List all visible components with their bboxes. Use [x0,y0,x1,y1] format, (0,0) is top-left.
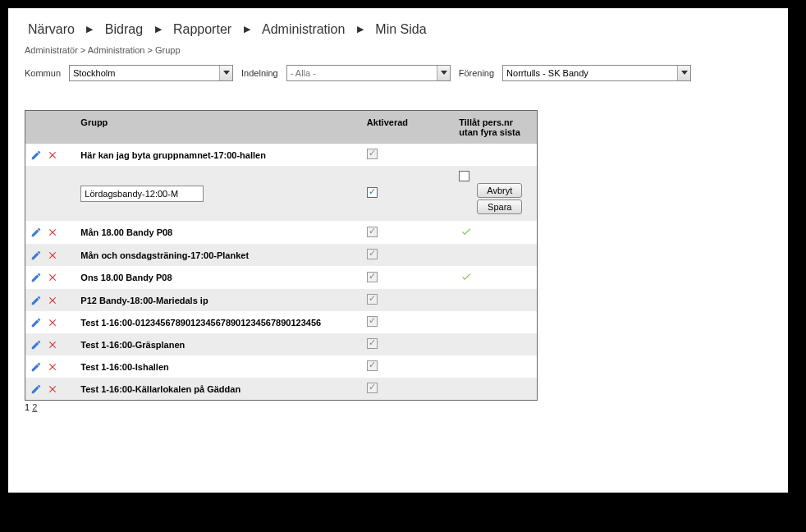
checkmark-icon [459,271,472,281]
save-button[interactable]: Spara [477,200,522,214]
checkmark-icon [459,226,472,236]
aktiverad-checkbox [367,316,378,327]
cancel-button[interactable]: Avbryt [477,183,522,198]
nav-sep-icon: ▶ [155,24,162,34]
edit-icon[interactable] [30,149,42,161]
nav-item-minsida[interactable]: Min Sida [372,21,429,39]
table-row: Test 1-16:00-Ishallen [25,355,538,378]
aktiverad-checkbox [367,249,378,259]
aktiverad-checkbox [367,227,378,237]
edit-icon[interactable] [30,250,42,261]
table-row: Test 1-16:00-Källarlokalen på Gäddan [25,378,538,401]
group-name: Test 1-16:00-Ishallen [76,355,362,378]
app-window: Närvaro ▶ Bidrag ▶ Rapporter ▶ Administr… [8,8,788,493]
edit-icon[interactable] [30,317,42,328]
header-grupp: Grupp [76,111,362,144]
tillat-checkbox[interactable] [459,171,469,181]
table-row: AvbrytSpara [25,166,538,221]
delete-icon[interactable] [47,317,58,328]
group-name: Mån och onsdagsträning-17:00-Planket [76,244,362,266]
header-tillat: Tillåt pers.nr utan fyra sista [454,111,537,144]
delete-icon[interactable] [47,295,58,306]
kommun-select[interactable]: Stockholm [69,65,233,81]
nav-item-administration[interactable]: Administration [259,21,348,39]
delete-icon[interactable] [47,383,58,395]
group-name: Test 1-16:00-Källarlokalen på Gäddan [76,378,362,401]
nav-item-narvaro[interactable]: Närvaro [25,21,78,39]
forening-label: Förening [459,68,494,78]
table-row: Ons 18.00 Bandy P08 [25,266,538,289]
table-row: Här kan jag byta gruppnamnet-17:00-halle… [25,144,538,166]
aktiverad-checkbox[interactable] [367,187,378,198]
delete-icon[interactable] [47,149,58,161]
aktiverad-checkbox [367,383,378,393]
aktiverad-checkbox [367,272,378,282]
group-name: Ons 18.00 Bandy P08 [76,266,362,289]
aktiverad-checkbox [367,338,378,349]
nav-sep-icon: ▶ [86,24,93,34]
table-row: Test 1-16:00-Gräsplanen [25,333,538,355]
nav-item-rapporter[interactable]: Rapporter [170,21,235,39]
aktiverad-checkbox [367,149,378,159]
group-name-input[interactable] [80,186,204,202]
edit-icon[interactable] [30,272,42,283]
pager-next[interactable]: 2 [32,402,37,412]
delete-icon[interactable] [47,339,58,351]
edit-icon[interactable] [30,295,42,306]
indelning-select[interactable]: - Alla - [286,65,451,81]
table-row: Mån och onsdagsträning-17:00-Planket [25,244,538,266]
aktiverad-checkbox [367,360,378,371]
table-row: Test 1-16:00-012345678901234567890123456… [25,311,538,333]
group-name: Test 1-16:00-Gräsplanen [76,333,362,355]
nav-sep-icon: ▶ [244,24,250,34]
group-name: Mån 18.00 Bandy P08 [76,221,362,244]
delete-icon[interactable] [47,272,58,283]
group-name: Här kan jag byta gruppnamnet-17:00-halle… [76,144,362,166]
main-nav: Närvaro ▶ Bidrag ▶ Rapporter ▶ Administr… [25,21,772,39]
delete-icon[interactable] [47,361,58,373]
nav-sep-icon: ▶ [357,24,364,34]
edit-icon[interactable] [30,339,42,351]
delete-icon[interactable] [47,250,58,261]
forening-select[interactable]: Norrtulls - SK Bandy [502,65,691,81]
nav-item-bidrag[interactable]: Bidrag [102,21,146,39]
pager-current: 1 [25,402,30,412]
group-name: P12 Bandy-18:00-Mariedals ip [76,289,362,311]
header-aktiverad: Aktiverad [362,111,454,144]
indelning-label: Indelning [241,68,278,78]
groups-table: Grupp Aktiverad Tillåt pers.nr utan fyra… [25,110,538,401]
edit-icon[interactable] [30,227,42,238]
table-row: P12 Bandy-18:00-Mariedals ip [25,289,538,311]
table-row: Mån 18.00 Bandy P08 [25,221,538,244]
edit-icon[interactable] [30,361,42,373]
delete-icon[interactable] [47,227,58,238]
pager: 1 2 [25,402,772,412]
aktiverad-checkbox [367,294,378,305]
header-actions [25,111,76,144]
kommun-label: Kommun [25,68,61,78]
breadcrumb: Administratör > Administration > Grupp [25,45,772,55]
group-name: Test 1-16:00-012345678901234567890123456… [76,311,362,333]
edit-icon[interactable] [30,383,42,395]
filter-bar: Kommun Stockholm Indelning - Alla - Före… [25,65,772,81]
